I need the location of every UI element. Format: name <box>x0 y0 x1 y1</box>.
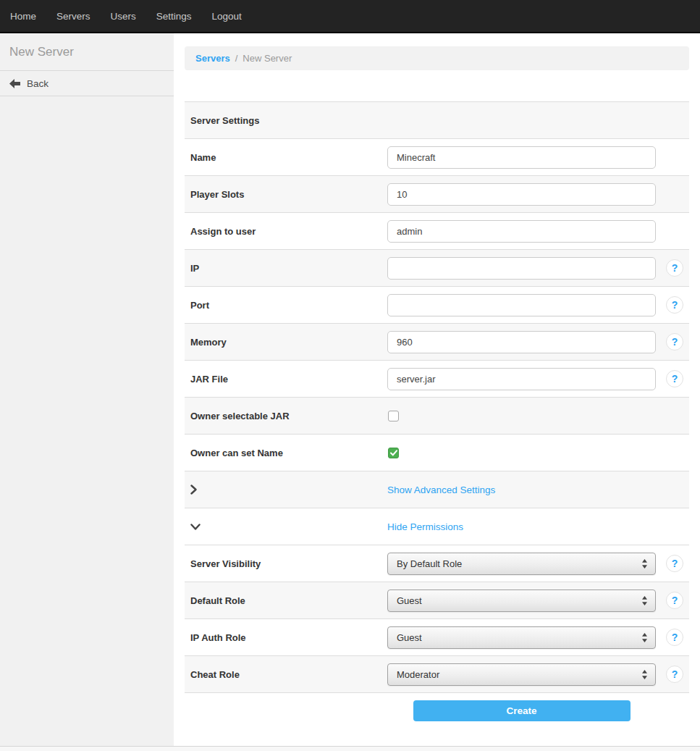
form-row-memory: Memory? <box>185 324 689 361</box>
show-advanced-settings-link[interactable]: Show Advanced Settings <box>387 484 495 495</box>
form-row-default-role: Default RoleGuest? <box>185 582 689 619</box>
row-help-cell: ? <box>656 629 689 646</box>
row-label-cell: Assign to user <box>185 226 387 237</box>
back-button[interactable]: Back <box>0 71 174 96</box>
row-label-cell: IP Auth Role <box>185 632 387 643</box>
help-icon[interactable]: ? <box>666 666 683 683</box>
form-row-owner-selectable-jar: Owner selectable JAR <box>185 398 689 435</box>
select-arrows-icon <box>641 559 648 569</box>
row-field-cell: Moderator <box>387 663 656 686</box>
row-label-cell: Owner selectable JAR <box>185 411 387 421</box>
row-help-cell: ? <box>656 333 689 351</box>
cheat-role-select[interactable]: Moderator <box>387 663 656 686</box>
form-row-ip-auth-role: IP Auth RoleGuest? <box>185 619 689 656</box>
create-row: Create <box>185 700 689 721</box>
breadcrumb-servers-link[interactable]: Servers <box>195 53 230 64</box>
row-label: Server Settings <box>190 115 259 126</box>
nav-item-users[interactable]: Users <box>101 11 146 22</box>
select-arrows-icon <box>641 596 648 605</box>
chevron-down-icon[interactable] <box>190 524 201 530</box>
row-help-cell: ? <box>656 592 689 609</box>
jar-file-input[interactable] <box>387 368 656 390</box>
breadcrumb-separator: / <box>235 53 238 64</box>
select-value: By Default Role <box>397 558 462 569</box>
row-label-cell <box>185 524 387 530</box>
row-field-cell: Show Advanced Settings <box>387 484 656 495</box>
top-navbar: HomeServersUsersSettingsLogout <box>0 0 700 33</box>
select-value: Moderator <box>397 669 439 680</box>
create-zone: Create <box>387 700 656 721</box>
back-label: Back <box>27 78 49 89</box>
form-row-name: Name <box>185 139 689 176</box>
row-field-cell <box>387 146 656 169</box>
row-label-cell: Default Role <box>185 595 387 606</box>
form-row-port: Port? <box>185 287 689 324</box>
port-input[interactable] <box>387 294 656 316</box>
server-visibility-select[interactable]: By Default Role <box>387 553 656 575</box>
help-icon[interactable]: ? <box>666 592 683 609</box>
hide-permissions-link[interactable]: Hide Permissions <box>387 521 463 532</box>
help-icon[interactable]: ? <box>666 555 683 572</box>
form-row-hide-permissions: Hide Permissions <box>185 508 689 545</box>
page-title: New Server <box>0 33 174 71</box>
back-arrow-icon <box>9 79 20 88</box>
row-label: Default Role <box>190 595 245 606</box>
select-value: Guest <box>397 632 422 643</box>
row-field-cell: Hide Permissions <box>387 521 656 532</box>
nav-item-servers[interactable]: Servers <box>46 11 101 22</box>
help-icon[interactable]: ? <box>666 629 683 646</box>
row-field-cell <box>387 294 656 316</box>
row-label: Cheat Role <box>190 669 240 680</box>
form-row-owner-can-set-name: Owner can set Name <box>185 435 689 471</box>
row-field-cell: Guest <box>387 626 656 649</box>
row-label-cell: Cheat Role <box>185 669 387 680</box>
row-help-cell: ? <box>656 259 689 277</box>
row-label: Player Slots <box>190 189 244 200</box>
row-label-cell: IP <box>185 263 387 274</box>
row-field-cell: Guest <box>387 590 656 612</box>
form-row-assign-to-user: Assign to user <box>185 213 689 250</box>
row-field-cell: By Default Role <box>387 553 656 575</box>
row-label: Memory <box>190 337 227 348</box>
create-button[interactable]: Create <box>413 700 631 721</box>
row-help-cell: ? <box>656 555 689 572</box>
page-footer-edge <box>0 746 700 751</box>
row-label-cell: JAR File <box>185 374 387 385</box>
help-icon[interactable]: ? <box>666 333 683 351</box>
row-label: Owner can set Name <box>190 448 283 458</box>
row-field-cell <box>387 257 656 280</box>
breadcrumb: Servers / New Server <box>185 46 689 70</box>
nav-item-home[interactable]: Home <box>10 11 46 22</box>
main-content: Servers / New Server Server SettingsName… <box>174 33 700 746</box>
form-row-player-slots: Player Slots <box>185 176 689 213</box>
name-input[interactable] <box>387 146 656 169</box>
form-row-show-advanced-settings: Show Advanced Settings <box>185 471 689 508</box>
row-help-cell: ? <box>656 666 689 683</box>
ip-auth-role-select[interactable]: Guest <box>387 626 656 649</box>
form-row-server-visibility: Server VisibilityBy Default Role? <box>185 545 689 582</box>
memory-input[interactable] <box>387 331 656 353</box>
assign-to-user-input[interactable] <box>387 220 656 243</box>
owner-selectable-jar-checkbox[interactable] <box>388 411 399 421</box>
row-label: IP <box>190 263 199 274</box>
form-table: Server SettingsNamePlayer SlotsAssign to… <box>185 101 689 693</box>
help-icon[interactable]: ? <box>666 370 683 387</box>
default-role-select[interactable]: Guest <box>387 590 656 612</box>
help-icon[interactable]: ? <box>666 259 683 277</box>
row-field-cell <box>387 411 656 421</box>
row-label: Assign to user <box>190 226 256 237</box>
row-help-cell: ? <box>656 370 689 387</box>
ip-input[interactable] <box>387 257 656 280</box>
breadcrumb-current: New Server <box>243 53 292 64</box>
player-slots-input[interactable] <box>387 183 656 206</box>
row-label-cell: Port <box>185 300 387 311</box>
sidebar: New Server Back <box>0 33 174 746</box>
help-icon[interactable]: ? <box>666 296 683 314</box>
owner-can-set-name-checkbox[interactable] <box>388 448 399 458</box>
create-spacer <box>185 700 387 721</box>
chevron-right-icon[interactable] <box>190 484 197 495</box>
row-help-cell: ? <box>656 296 689 314</box>
row-label-cell <box>185 484 387 495</box>
nav-item-settings[interactable]: Settings <box>146 11 202 22</box>
nav-item-logout[interactable]: Logout <box>202 11 252 22</box>
